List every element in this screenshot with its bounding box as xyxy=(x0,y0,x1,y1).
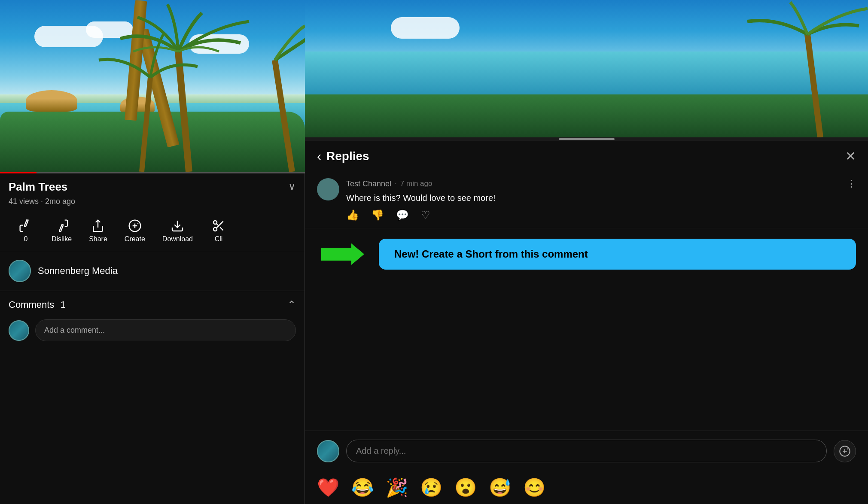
emoji-smile[interactable]: 😊 xyxy=(523,477,545,498)
thread-author-row: Test Channel · 7 min ago ⋮ xyxy=(346,178,856,189)
svg-line-11 xyxy=(216,224,219,226)
clip-label: Cli xyxy=(215,235,223,243)
share-button[interactable]: Share xyxy=(80,215,116,247)
comments-title: Comments 1 xyxy=(9,299,66,310)
thread-time: 7 min ago xyxy=(400,179,432,188)
separator: · xyxy=(395,179,397,188)
svg-line-0 xyxy=(178,52,189,172)
video-info: Palm Trees ∨ xyxy=(0,173,305,197)
emoji-party[interactable]: 🎉 xyxy=(386,477,408,498)
thread-author: Test Channel xyxy=(346,179,391,188)
svg-line-2 xyxy=(275,60,292,172)
arrow-shape xyxy=(321,243,364,265)
svg-line-12 xyxy=(807,34,820,137)
replies-header: ‹ Replies ✕ xyxy=(305,141,868,171)
svg-line-10 xyxy=(220,227,223,230)
emoji-sad[interactable]: 😢 xyxy=(420,477,442,498)
user-avatar xyxy=(9,320,29,341)
video-thumbnail[interactable] xyxy=(0,0,305,172)
create-short-label: New! Create a Short from this comment xyxy=(394,248,588,260)
emoji-surprised[interactable]: 😮 xyxy=(454,477,477,498)
like-count: 0 xyxy=(24,235,28,243)
progress-fill xyxy=(0,172,37,173)
comment-reply-button[interactable]: 💬 xyxy=(396,209,409,221)
comment-dislike-button[interactable]: 👎 xyxy=(371,209,384,221)
back-button[interactable]: ‹ xyxy=(317,149,321,164)
create-label: Create xyxy=(125,235,145,243)
create-short-area: New! Create a Short from this comment xyxy=(305,232,868,276)
commenter-avatar xyxy=(317,178,339,200)
expand-icon[interactable]: ∨ xyxy=(288,180,296,192)
comments-header: Comments 1 ⌃ xyxy=(0,291,305,316)
right-panel: ‹ Replies ✕ Test Channel · 7 min ago ⋮ W… xyxy=(305,0,868,504)
share-label: Share xyxy=(89,235,107,243)
reply-input[interactable] xyxy=(346,440,827,462)
replies-title: Replies xyxy=(326,149,845,163)
emoji-sweat-smile[interactable]: 😅 xyxy=(489,477,511,498)
create-short-button[interactable]: New! Create a Short from this comment xyxy=(379,239,856,270)
comment-like-button[interactable]: 👍 xyxy=(346,209,359,221)
channel-row[interactable]: Sonnenberg Media xyxy=(0,251,305,291)
more-options-button[interactable]: ⋮ xyxy=(847,178,856,189)
reply-input-area xyxy=(305,431,868,471)
arrow-indicator xyxy=(317,239,369,269)
download-button[interactable]: Download xyxy=(154,215,201,247)
scroll-handle[interactable] xyxy=(559,138,615,140)
clip-button[interactable]: Cli xyxy=(201,215,236,247)
thread-actions: 👍 👎 💬 ♡ xyxy=(346,209,856,221)
right-video-thumbnail[interactable] xyxy=(305,0,868,137)
add-comment-row: Add a comment... xyxy=(0,316,305,345)
thread-text: Where is this? Would love to see more! xyxy=(346,192,856,204)
like-button[interactable]: 0 xyxy=(9,215,43,247)
emoji-heart[interactable]: ❤️ xyxy=(317,477,339,498)
comment-thread: Test Channel · 7 min ago ⋮ Where is this… xyxy=(305,171,868,228)
emoji-row: ❤️ 😂 🎉 😢 😮 😅 😊 xyxy=(305,471,868,504)
left-panel: Palm Trees ∨ 41 views · 2mo ago 0 Dislik… xyxy=(0,0,305,504)
reply-user-avatar xyxy=(317,440,339,462)
svg-point-8 xyxy=(213,228,217,231)
reply-create-button[interactable] xyxy=(834,440,856,462)
channel-avatar xyxy=(9,260,31,282)
dislike-button[interactable]: Dislike xyxy=(43,215,80,247)
create-button[interactable]: Create xyxy=(116,215,154,247)
thread-content: Test Channel · 7 min ago ⋮ Where is this… xyxy=(346,178,856,221)
download-label: Download xyxy=(162,235,193,243)
video-progress-bar[interactable] xyxy=(0,172,305,173)
dislike-label: Dislike xyxy=(52,235,72,243)
sort-icon[interactable]: ⌃ xyxy=(287,299,296,311)
close-button[interactable]: ✕ xyxy=(845,149,856,164)
comment-input[interactable]: Add a comment... xyxy=(35,319,296,341)
video-meta: 41 views · 2mo ago xyxy=(0,197,305,211)
comment-heart-button[interactable]: ♡ xyxy=(421,209,430,221)
action-bar: 0 Dislike Share Create xyxy=(0,211,305,251)
channel-name: Sonnenberg Media xyxy=(38,265,118,276)
emoji-laugh[interactable]: 😂 xyxy=(351,477,374,498)
svg-line-1 xyxy=(142,77,150,172)
svg-point-7 xyxy=(213,221,217,224)
video-title: Palm Trees xyxy=(9,180,67,194)
right-video-controls xyxy=(305,137,868,141)
